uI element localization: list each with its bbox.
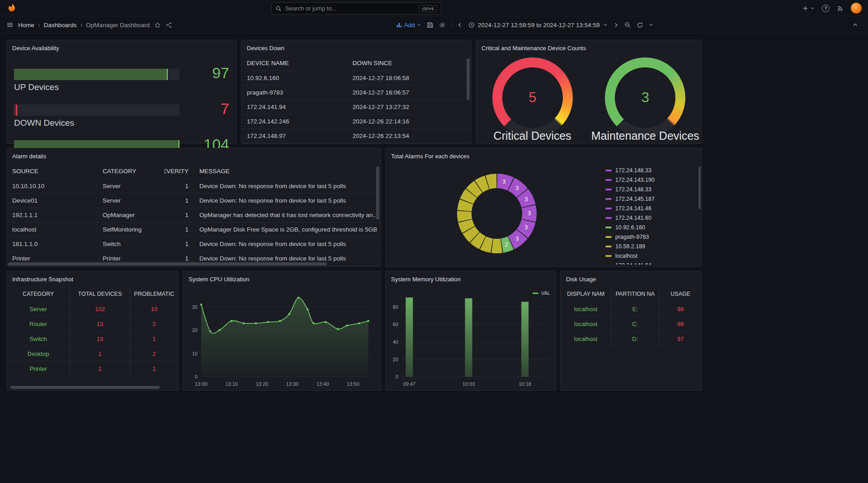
user-avatar[interactable] bbox=[851, 3, 862, 14]
legend-color-dash bbox=[605, 265, 612, 265]
legend-item[interactable]: 172.24.141.94 bbox=[603, 260, 697, 265]
refresh-interval-caret-icon[interactable] bbox=[649, 23, 653, 27]
donut-segment-label: 3 bbox=[503, 179, 506, 185]
svg-text:09:47: 09:47 bbox=[403, 381, 416, 387]
news-icon[interactable] bbox=[837, 5, 844, 12]
dashboard-settings-icon[interactable] bbox=[439, 22, 446, 28]
legend-item[interactable]: 172.24.143.190 bbox=[603, 175, 697, 185]
grafana-logo[interactable] bbox=[6, 3, 17, 14]
legend-item[interactable]: 172.24.148.33 bbox=[603, 166, 697, 175]
legend-label: 172.24.141.60 bbox=[615, 215, 651, 221]
zoom-out-icon[interactable] bbox=[624, 22, 631, 28]
legend-item[interactable]: 172.24.141.46 bbox=[603, 204, 697, 213]
help-icon[interactable]: ? bbox=[822, 5, 830, 12]
legend-color-dash bbox=[605, 179, 612, 181]
breadcrumb-item[interactable]: Home bbox=[18, 22, 34, 28]
legend-label: 10.92.6.160 bbox=[615, 224, 645, 231]
column-header[interactable]: DEVICE NAME bbox=[241, 56, 347, 71]
gauge[interactable]: 3 Maintenance Devices bbox=[589, 56, 702, 143]
refresh-icon[interactable] bbox=[637, 22, 643, 28]
panel-title[interactable]: Total Alarms For each devices bbox=[391, 153, 469, 160]
breadcrumb: Home›Dashboards›OpManager Dashboard bbox=[18, 21, 150, 28]
clock-icon bbox=[468, 22, 475, 28]
svg-text:80: 80 bbox=[393, 304, 398, 310]
legend-label: 172.24.141.46 bbox=[615, 205, 651, 212]
column-header[interactable]: CATEGORY bbox=[7, 287, 70, 301]
column-header[interactable]: TOTAL DEVICES bbox=[70, 287, 130, 301]
table-row: localhostD:97 bbox=[561, 331, 702, 346]
table-cell[interactable]: localhost bbox=[561, 317, 611, 331]
vertical-scrollbar-thumb[interactable] bbox=[376, 166, 379, 220]
vertical-scrollbar-thumb[interactable] bbox=[467, 58, 470, 100]
horizontal-scrollbar-thumb[interactable] bbox=[10, 386, 160, 389]
column-header[interactable]: CATEGORY bbox=[97, 164, 164, 179]
save-dashboard-icon[interactable] bbox=[427, 22, 434, 28]
memory-bar[interactable] bbox=[406, 298, 413, 377]
table-cell[interactable]: localhost bbox=[561, 331, 611, 346]
legend-item[interactable]: localhost bbox=[603, 251, 697, 260]
panel-total-alarms: Total Alarms For each devices 3333332 17… bbox=[385, 148, 702, 267]
panel-title[interactable]: System CPU Utilization bbox=[189, 276, 249, 283]
menu-toggle-icon[interactable] bbox=[6, 21, 14, 28]
column-header[interactable]: DISPLAY NAM bbox=[561, 287, 611, 301]
table-cell: 10.10.10.10 bbox=[7, 179, 97, 193]
panel-title[interactable]: Infrastructure Snapshot bbox=[12, 276, 73, 283]
memory-bar[interactable] bbox=[521, 302, 528, 377]
collapse-toolbar-icon[interactable] bbox=[852, 16, 858, 33]
cpu-chart[interactable]: 010203013:0013:1013:2013:3013:4013:50 bbox=[183, 287, 381, 390]
favorite-star-icon[interactable] bbox=[154, 22, 161, 28]
table-row: 172.24.141.942024-12-27 13:27:32 bbox=[241, 100, 471, 114]
column-header[interactable]: SEVERITY bbox=[164, 164, 194, 179]
breadcrumb-separator-icon: › bbox=[80, 21, 82, 28]
legend-item[interactable]: 172.24.145.187 bbox=[603, 194, 697, 204]
horizontal-scrollbar-thumb[interactable] bbox=[8, 262, 327, 265]
legend-item[interactable]: 10.92.6.160 bbox=[603, 223, 697, 232]
table-row: Device01Server1Device Down: No response … bbox=[7, 194, 381, 208]
search-input[interactable] bbox=[285, 5, 415, 12]
column-header[interactable]: DOWN SINCE bbox=[347, 56, 471, 71]
share-icon[interactable] bbox=[165, 22, 172, 28]
time-shift-back-icon[interactable] bbox=[457, 22, 463, 28]
panel-title[interactable]: Alarm details bbox=[12, 153, 46, 160]
breadcrumb-item[interactable]: OpManager Dashboard bbox=[86, 22, 150, 28]
panel-title[interactable]: Devices Down bbox=[247, 45, 284, 52]
time-shift-forward-icon[interactable] bbox=[613, 22, 619, 28]
table-cell[interactable]: Server bbox=[7, 302, 70, 316]
column-header[interactable]: USAGE bbox=[659, 287, 702, 301]
legend-scrollbar-thumb[interactable] bbox=[698, 166, 701, 209]
column-header[interactable]: SOURCE bbox=[7, 164, 97, 179]
time-range-picker[interactable]: 2024-12-27 12:59:59 to 2024-12-27 13:54:… bbox=[468, 22, 607, 28]
panel-title[interactable]: System Memory Utilization bbox=[391, 276, 461, 283]
column-header[interactable]: PARTITION NA bbox=[611, 287, 659, 301]
column-header[interactable]: PROBLEMATIC bbox=[130, 287, 178, 301]
memory-chart[interactable]: 02040608009:4710:0310:18 bbox=[386, 287, 556, 390]
add-panel-button[interactable]: Add bbox=[396, 22, 421, 28]
legend-item[interactable]: 10.59.2.189 bbox=[603, 242, 697, 251]
table-cell: 1 bbox=[164, 194, 194, 208]
panel-title[interactable]: Disk Usage bbox=[566, 276, 596, 283]
search-bar[interactable]: ctrl+k bbox=[271, 2, 441, 14]
panel-header: Alarm details bbox=[7, 148, 381, 164]
legend-item[interactable]: 172.24.141.60 bbox=[603, 213, 697, 223]
table-cell[interactable]: Switch bbox=[7, 331, 70, 346]
table-row: 10.92.6.1602024-12-27 18:06:58 bbox=[241, 71, 471, 85]
donut-segment[interactable] bbox=[491, 238, 502, 253]
total-alarms-body: 3333332 172.24.148.33 172.24.143.190 172… bbox=[386, 164, 702, 266]
column-header[interactable]: MESSAGE bbox=[194, 164, 381, 179]
panel-title[interactable]: Device Availability bbox=[12, 45, 59, 52]
alarms-donut-chart[interactable]: 3333332 bbox=[386, 164, 603, 267]
add-new-button[interactable] bbox=[802, 5, 815, 12]
svg-text:10:03: 10:03 bbox=[462, 381, 475, 387]
gauge[interactable]: 5 Critical Devices bbox=[476, 56, 589, 143]
panel-title[interactable]: Critical and Maintenance Device Counts bbox=[481, 45, 586, 52]
legend-item[interactable]: pragath-9783 bbox=[603, 232, 697, 242]
memory-bar[interactable] bbox=[465, 298, 472, 377]
table-cell[interactable]: Desktop bbox=[7, 346, 70, 361]
table-cell[interactable]: localhost bbox=[561, 302, 611, 316]
table-cell[interactable]: Printer bbox=[7, 361, 70, 376]
bar-gauge-track bbox=[14, 69, 179, 80]
legend-item[interactable]: 172.24.148.33 bbox=[603, 185, 697, 194]
breadcrumb-item[interactable]: Dashboards bbox=[44, 22, 77, 28]
memory-legend-item[interactable]: VAL bbox=[533, 290, 550, 296]
table-cell[interactable]: Router bbox=[7, 317, 70, 331]
